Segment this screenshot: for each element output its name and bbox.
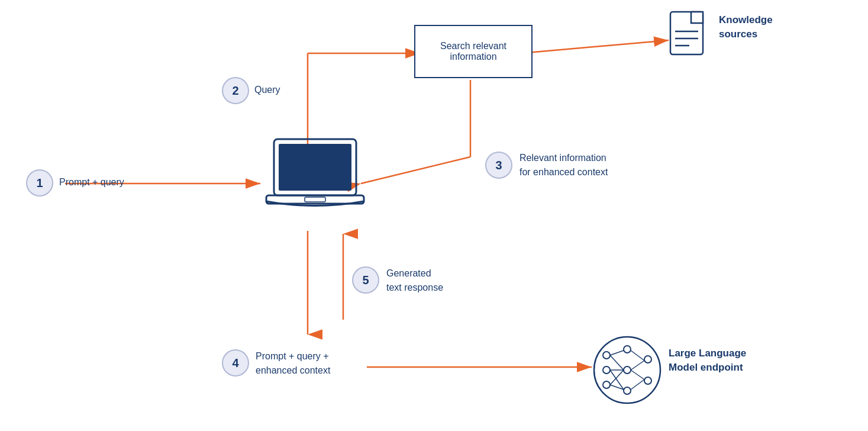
step-3-circle: 3 — [485, 152, 512, 179]
svg-line-37 — [631, 350, 644, 361]
step-3-label: Relevant information for enhanced contex… — [519, 151, 608, 179]
svg-rect-19 — [279, 144, 351, 191]
svg-line-10 — [361, 157, 470, 184]
svg-line-8 — [521, 40, 669, 53]
laptop-icon — [263, 136, 358, 213]
svg-rect-21 — [305, 197, 325, 202]
svg-point-29 — [644, 356, 651, 363]
step-4-label: Prompt + query + enhanced context — [256, 349, 330, 378]
svg-line-40 — [631, 379, 644, 390]
svg-point-24 — [603, 366, 610, 374]
svg-point-23 — [603, 352, 610, 359]
search-box-label: Search relevant information — [440, 41, 506, 62]
svg-line-34 — [610, 370, 624, 390]
llm-endpoint-icon — [592, 334, 663, 408]
svg-point-27 — [624, 366, 631, 374]
diagram: 1 Prompt + query 2 Query Search relevant… — [0, 0, 868, 431]
step-5-label: Generated text response — [386, 266, 443, 295]
svg-point-28 — [624, 387, 631, 394]
step-5-circle: 5 — [352, 266, 379, 294]
svg-point-26 — [624, 346, 631, 353]
knowledge-sources-label: Knowledge sources — [719, 13, 773, 41]
svg-point-25 — [603, 381, 610, 388]
llm-endpoint-label: Large Language Model endpoint — [669, 346, 746, 375]
svg-line-39 — [631, 370, 644, 379]
knowledge-sources-icon — [666, 9, 713, 67]
step-1-circle: 1 — [26, 169, 53, 197]
svg-line-32 — [610, 355, 624, 370]
svg-point-30 — [644, 377, 651, 384]
step-2-circle: 2 — [222, 77, 249, 104]
search-box: Search relevant information — [414, 25, 533, 78]
step-4-circle: 4 — [222, 349, 249, 377]
svg-rect-20 — [266, 195, 364, 204]
svg-line-31 — [610, 350, 624, 355]
svg-line-38 — [631, 361, 644, 370]
svg-point-22 — [594, 337, 660, 403]
step-2-label: Query — [254, 85, 280, 95]
step-1-label: Prompt + query — [59, 177, 124, 188]
